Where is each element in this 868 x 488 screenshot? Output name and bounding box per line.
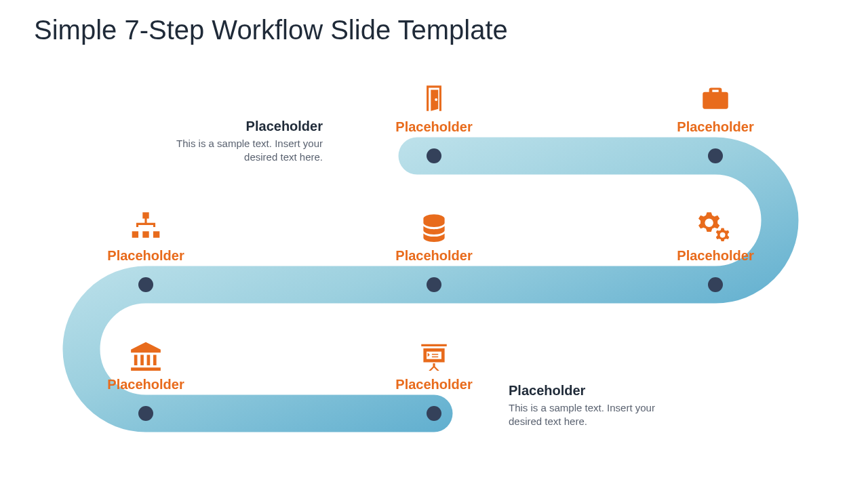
start-note: Placeholder This is a sample text. Inser…: [167, 119, 323, 165]
step-label-3: Placeholder: [677, 248, 753, 264]
step-dot-6: [138, 406, 153, 421]
end-note-body: This is a sample text. Insert your desir…: [509, 401, 665, 429]
door-icon: [417, 81, 451, 115]
bank-icon: [129, 339, 163, 373]
step-dot-2: [708, 148, 723, 163]
end-note: Placeholder This is a sample text. Inser…: [509, 383, 665, 429]
gears-icon: [698, 210, 732, 244]
step-dot-1: [427, 148, 441, 163]
step-dot-4: [427, 277, 441, 292]
start-note-body: This is a sample text. Insert your desir…: [167, 137, 323, 165]
briefcase-icon: [698, 81, 732, 115]
step-dot-5: [138, 277, 153, 292]
step-label-4: Placeholder: [395, 248, 472, 264]
end-note-title: Placeholder: [509, 383, 665, 399]
org-chart-icon: [129, 210, 163, 244]
step-label-7: Placeholder: [395, 377, 472, 392]
step-label-1: Placeholder: [395, 119, 472, 135]
slide-root: { "title": "Simple 7-Step Workflow Slide…: [0, 0, 868, 488]
database-icon: [417, 210, 451, 244]
step-dot-3: [708, 277, 723, 292]
step-label-5: Placeholder: [107, 248, 184, 264]
step-label-2: Placeholder: [677, 119, 753, 135]
step-dot-7: [427, 406, 441, 421]
step-label-6: Placeholder: [107, 377, 184, 392]
start-note-title: Placeholder: [167, 119, 323, 134]
presentation-icon: [417, 339, 451, 373]
